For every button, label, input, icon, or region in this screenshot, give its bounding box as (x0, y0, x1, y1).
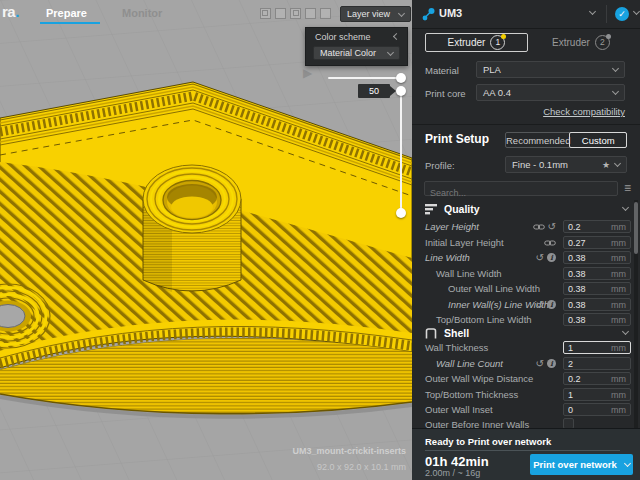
setting-value-input[interactable] (564, 283, 612, 294)
setting-value-input[interactable] (564, 237, 612, 248)
logo-dot: . (15, 3, 19, 20)
mode-custom-button[interactable]: Custom (569, 132, 627, 148)
tab-prepare[interactable]: Prepare (46, 7, 87, 19)
mode-recommended-button[interactable]: Recommended (506, 133, 570, 147)
setting-value-input[interactable] (564, 314, 612, 325)
setting-row-top-bottom-thickness[interactable]: Top/Bottom Thickness mm (412, 387, 640, 402)
reset-icon[interactable]: ↺ (536, 359, 544, 369)
setting-unit: mm (611, 315, 626, 325)
collapse-panel-icon[interactable] (393, 33, 400, 40)
reset-icon[interactable]: ↺ (536, 253, 544, 263)
play-simulation-icon[interactable]: ▶ (303, 66, 312, 80)
setting-value-input[interactable] (564, 299, 612, 310)
layer-slider-lower-handle[interactable] (396, 208, 406, 218)
setting-label: Inner Wall(s) Line Width (448, 299, 549, 310)
setting-value-input[interactable] (564, 373, 612, 384)
setting-row-wall-line-width[interactable]: Wall Line Width mm (412, 266, 640, 281)
section-shell[interactable]: Shell (412, 326, 640, 341)
printer-connected-icon[interactable]: ✓ (615, 7, 629, 21)
material-select[interactable]: PLA (476, 61, 625, 78)
setting-field-focused: mm (563, 341, 631, 354)
chevron-down-icon (622, 204, 629, 211)
search-input[interactable] (425, 187, 617, 200)
color-scheme-value: Material Color (320, 48, 388, 58)
quality-layers-icon (425, 204, 437, 215)
setting-value-input[interactable] (564, 268, 612, 279)
scrollbar-thumb[interactable] (634, 202, 638, 254)
settings-menu-icon[interactable]: ≡ (624, 181, 631, 195)
tab-monitor[interactable]: Monitor (122, 7, 162, 19)
setting-row-outer-before-inner-walls[interactable]: Outer Before Inner Walls (412, 417, 640, 428)
setting-unit: mm (611, 390, 626, 400)
setting-row-outer-wall-line-width[interactable]: Outer Wall Line Width mm (412, 281, 640, 296)
setting-checkbox[interactable] (563, 418, 574, 428)
tab-extruder-1[interactable]: Extruder 1 (425, 33, 528, 52)
material-label: Material (425, 65, 459, 76)
setting-row-initial-layer-height[interactable]: Initial Layer Height mm (412, 235, 640, 250)
favorite-star-icon[interactable]: ★ (602, 160, 610, 170)
extruder-1-number: 1 (490, 35, 505, 50)
3d-viewport[interactable]: ra. Prepare Monitor Layer view Color sch… (0, 0, 412, 480)
setting-label: Outer Wall Wipe Distance (425, 373, 533, 384)
section-quality[interactable]: Quality (412, 202, 640, 217)
setting-row-wall-thickness[interactable]: Wall Thickness mm (412, 340, 640, 355)
info-icon[interactable]: i (547, 253, 556, 262)
simulation-slider-track[interactable] (328, 77, 400, 79)
setting-row-inner-walls-line-width[interactable]: Inner Wall(s) Line Width ↺ i mm (412, 297, 640, 312)
info-icon[interactable]: i (547, 359, 556, 368)
material-value: PLA (483, 64, 613, 75)
setting-value-input[interactable] (564, 404, 612, 415)
profile-value: Fine - 0.1mm (512, 159, 602, 170)
machine-dropdown-chevron-icon[interactable] (589, 8, 596, 15)
machine-selector-bar[interactable]: UM3 ✓ (412, 0, 640, 29)
setting-label: Top/Bottom Line Width (436, 314, 532, 325)
setting-value-input[interactable] (564, 358, 612, 369)
reset-icon[interactable]: ↺ (548, 222, 556, 232)
setting-row-line-width[interactable]: Line Width ↺ i mm (412, 250, 640, 265)
extruder-2-number: 2 (595, 35, 610, 50)
view-left-icon[interactable] (305, 8, 316, 19)
setting-value-input[interactable] (564, 389, 612, 400)
setting-row-wall-line-count[interactable]: Wall Line Count ↺ i (412, 356, 640, 371)
extruder-2-label: Extruder (552, 37, 590, 48)
stage-tab-bar: ra. Prepare Monitor Layer view (0, 0, 412, 28)
view-3d-icon[interactable] (260, 8, 271, 19)
setting-label: Top/Bottom Thickness (425, 389, 518, 400)
print-core-select[interactable]: AA 0.4 (476, 84, 625, 101)
link-icon[interactable] (544, 239, 556, 247)
settings-scrollbar[interactable] (634, 200, 638, 428)
divider (425, 450, 620, 451)
setting-row-layer-height[interactable]: Layer Height ↺ mm (412, 219, 640, 234)
tab-extruder-2[interactable]: Extruder 2 (529, 33, 633, 52)
setting-unit: mm (611, 284, 626, 294)
profile-select[interactable]: Fine - 0.1mm ★ (505, 156, 627, 173)
reset-icon[interactable]: ↺ (536, 300, 544, 310)
setting-label: Outer Wall Inset (425, 404, 493, 415)
setting-field: mm (563, 313, 631, 326)
setting-value-input[interactable] (564, 221, 612, 232)
setting-value-input[interactable] (564, 252, 612, 263)
view-top-icon[interactable] (290, 8, 301, 19)
chevron-down-icon (622, 328, 629, 335)
info-icon[interactable]: i (547, 300, 556, 309)
view-front-icon[interactable] (275, 8, 286, 19)
color-scheme-dropdown[interactable]: Material Color (313, 46, 400, 60)
setting-row-outer-wall-wipe-distance[interactable]: Outer Wall Wipe Distance mm (412, 371, 640, 386)
layer-slider-upper-handle[interactable] (396, 86, 406, 96)
tab-prepare-underline (40, 22, 100, 24)
link-icon[interactable] (533, 223, 545, 231)
print-over-network-button[interactable]: Print over network (530, 454, 633, 475)
simulation-slider-handle[interactable] (396, 73, 406, 83)
check-compatibility-link[interactable]: Check compatibility (543, 106, 625, 117)
setting-field: mm (563, 236, 631, 249)
setting-field: mm (563, 403, 631, 416)
view-right-icon[interactable] (320, 8, 331, 19)
setting-unit: mm (611, 374, 626, 384)
setting-row-outer-wall-inset[interactable]: Outer Wall Inset mm (412, 402, 640, 417)
layer-slider-track[interactable] (400, 91, 402, 213)
setting-label: Outer Before Inner Walls (425, 419, 529, 428)
connection-dropdown-chevron-icon[interactable] (633, 8, 640, 15)
view-mode-dropdown[interactable]: Layer view (340, 6, 411, 22)
setting-row-top-bottom-line-width[interactable]: Top/Bottom Line Width mm (412, 312, 640, 327)
setting-value-input[interactable] (564, 342, 612, 353)
